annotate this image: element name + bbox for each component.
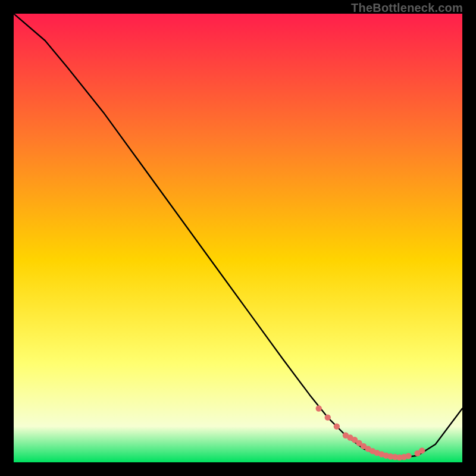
plot-area xyxy=(14,14,462,462)
highlight-point xyxy=(334,423,340,429)
chart-stage: TheBottleneck.com xyxy=(0,0,476,476)
watermark-text: TheBottleneck.com xyxy=(351,1,463,15)
chart-svg xyxy=(14,14,462,462)
highlight-point xyxy=(419,447,425,453)
highlight-point xyxy=(325,414,331,420)
highlight-point xyxy=(316,405,322,411)
gradient-background xyxy=(14,14,462,462)
highlight-point xyxy=(405,453,411,459)
